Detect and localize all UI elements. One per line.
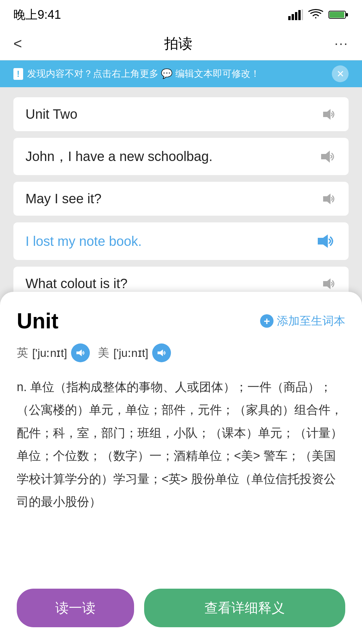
speaker-may[interactable] [320,192,337,206]
svg-marker-10 [323,194,330,204]
speaker-john[interactable] [318,149,337,165]
dict-definition: n. 单位（指构成整体的事物、人或团体）；一件（商品）；（公寓楼的）单元，单位；… [17,376,345,513]
svg-rect-2 [295,12,297,20]
svg-marker-9 [321,151,330,163]
banner-icon: ! [13,68,23,80]
svg-rect-0 [288,16,291,20]
american-phonetic: 美 ['juːnɪt] [98,343,171,362]
svg-rect-7 [346,13,348,16]
view-detail-button[interactable]: 查看详细释义 [144,589,345,627]
wifi-icon [308,9,323,20]
signal-icon [288,9,303,20]
status-time: 晚上9:41 [13,7,61,23]
read-aloud-button[interactable]: 读一读 [17,589,134,627]
speaker-unit-two[interactable] [320,107,337,122]
text-row-1: Unit Two [13,97,349,131]
header: < 拍读 ··· [0,27,362,60]
american-speaker-button[interactable] [152,343,171,362]
text-row-2: John，I have a new schoolbag. [13,138,349,175]
bottom-buttons: 读一读 查看详细释义 [17,589,345,627]
svg-rect-1 [292,14,294,20]
dict-word: Unit [17,309,58,333]
svg-marker-14 [158,350,163,356]
text-row-3: May I see it? [13,182,349,216]
svg-marker-13 [76,350,82,356]
dict-phonetics: 英 ['juːnɪt] 美 ['juːnɪt] [17,343,345,362]
text-john: John，I have a new schoolbag. [25,147,213,166]
info-banner: ! 发现内容不对？点击右上角更多 💬 编辑文本即可修改！ ✕ [0,60,362,87]
british-label: 英 [17,345,28,361]
svg-marker-12 [323,278,330,289]
text-row-4: I lost my note book. [13,222,349,260]
status-bar: 晚上9:41 [0,0,362,27]
page-title: 拍读 [164,34,192,53]
american-phone: ['juːnɪt] [113,346,148,360]
banner-text: 发现内容不对？点击右上角更多 💬 编辑文本即可修改！ [27,67,260,80]
add-to-wordbook-button[interactable]: + 添加至生词本 [260,313,345,329]
text-what-color: What colout is it? [25,276,128,291]
add-icon: + [260,314,274,328]
text-lost: I lost my note book. [25,234,142,249]
text-may: May I see it? [25,191,102,206]
british-phonetic: 英 ['juːnɪt] [17,343,90,362]
banner-message: ! 发现内容不对？点击右上角更多 💬 编辑文本即可修改！ [13,67,260,80]
svg-rect-3 [298,10,301,20]
back-button[interactable]: < [13,35,22,52]
dict-word-row: Unit + 添加至生词本 [17,309,345,333]
status-icons [288,9,349,20]
battery-icon [328,10,349,20]
speaker-lost[interactable] [315,232,337,251]
svg-marker-8 [323,109,330,120]
svg-rect-4 [302,9,303,20]
speaker-what-color[interactable] [320,276,337,291]
banner-close-button[interactable]: ✕ [332,65,349,82]
dictionary-panel: Unit + 添加至生词本 英 ['juːnɪt] 美 ['juːnɪt] [0,292,362,644]
more-button[interactable]: ··· [335,36,349,51]
text-unit-two: Unit Two [25,107,77,122]
american-label: 美 [98,345,109,361]
add-label: 添加至生词本 [277,313,345,329]
svg-marker-11 [318,234,328,248]
british-speaker-button[interactable] [71,343,90,362]
british-phone: ['juːnɪt] [32,346,67,360]
svg-rect-6 [329,12,344,18]
